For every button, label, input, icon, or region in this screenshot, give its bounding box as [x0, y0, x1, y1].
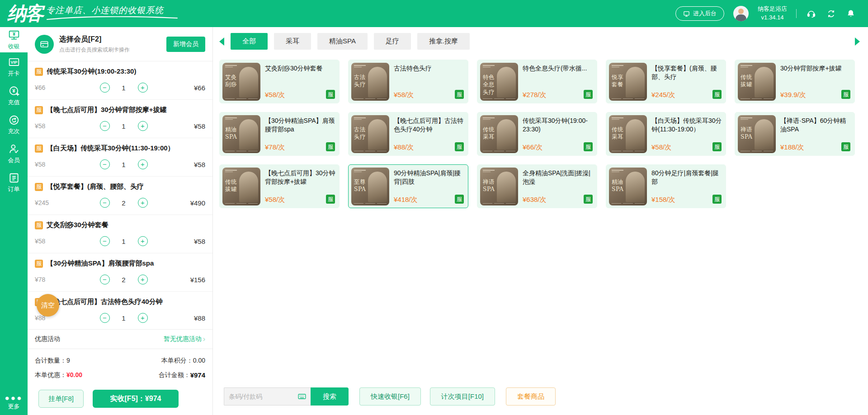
product-card[interactable]: 艾灸刮痧 艾灸刮痧30分钟套餐 ¥58/次 服	[219, 60, 340, 103]
search-button[interactable]: 搜索	[311, 387, 349, 406]
more-dots-icon: ●●●	[0, 395, 28, 401]
product-title: 【晚七点后可用】30分钟背部按摩+拔罐	[265, 169, 336, 186]
add-member-button[interactable]: 新增会员	[166, 37, 205, 52]
service-badge: 服	[841, 142, 850, 151]
customer-service-icon[interactable]	[806, 8, 816, 19]
minus-icon[interactable]: −	[100, 198, 110, 208]
product-image-label: 传统采耳	[612, 126, 623, 141]
product-image-label: 至尊SPA	[354, 178, 366, 193]
cart-item-row: 服 【30分钟精油SPA】肩颈腰背部spa ¥78 − 2 + ¥156	[28, 253, 212, 292]
product-card[interactable]: 传统采耳 传统采耳30分钟(19:00-23:30) ¥66/次 服	[477, 112, 597, 156]
service-badge: 服	[584, 195, 593, 204]
sidebar-item-more[interactable]: ●●● 更多	[0, 395, 28, 410]
minus-icon[interactable]: −	[100, 313, 110, 323]
product-card[interactable]: 古法头疗 古法特色头疗 ¥58/次 服	[348, 60, 468, 103]
recharge-icon: ¥	[8, 85, 20, 97]
tab-massage[interactable]: 推拿.按摩	[417, 33, 470, 50]
cart-item-title: 【晚七点后可用】30分钟背部按摩+拔罐	[47, 106, 166, 114]
cart-item-price: ¥245	[35, 199, 74, 206]
quick-cashier-button[interactable]: 快速收银[F6]	[359, 387, 421, 406]
product-card[interactable]: 精油SPA 80分钟足疗|肩颈套餐|腿部 ¥158/次 服	[606, 164, 726, 208]
product-title: 【白天场】传统采耳30分钟(11:30-19:00）	[651, 117, 723, 134]
promo-label: 优惠活动	[35, 335, 60, 343]
plus-icon[interactable]: +	[138, 159, 148, 169]
service-badge: 服	[712, 195, 722, 204]
plus-icon[interactable]: +	[138, 313, 148, 323]
minus-icon[interactable]: −	[100, 159, 110, 169]
app-version: v1.34.14	[758, 14, 787, 22]
order-points-label: 本单积分：	[161, 357, 193, 365]
keyboard-icon[interactable]	[297, 392, 307, 401]
notification-bell-icon[interactable]	[845, 8, 856, 19]
product-card[interactable]: 精油SPA 【30分钟精油SPA】肩颈腰背部spa ¥78/次 服	[219, 112, 340, 156]
service-badge: 服	[35, 145, 43, 153]
avatar[interactable]	[733, 6, 749, 21]
member-select-title: 选择会员[F2]	[59, 35, 130, 44]
plus-icon[interactable]: +	[138, 275, 148, 284]
service-badge: 服	[455, 142, 464, 151]
clear-cart-button[interactable]: 清空	[37, 294, 59, 317]
plus-icon[interactable]: +	[138, 121, 148, 131]
product-card[interactable]: 传统拔罐 【晚七点后可用】30分钟背部按摩+拔罐 ¥58/次 服	[219, 164, 340, 208]
product-title: 30分钟背部按摩+拔罐	[780, 64, 852, 73]
minus-icon[interactable]: −	[100, 83, 110, 93]
minus-icon[interactable]: −	[100, 275, 110, 284]
tab-foot-therapy[interactable]: 足疗	[374, 33, 411, 50]
cart-item-qty: 1	[121, 238, 127, 245]
sidebar-item-recharge-times[interactable]: 充次	[0, 110, 28, 139]
product-title: 【禅语·SPA】60分钟精油SPA	[780, 117, 852, 134]
product-title: 90分钟精油SPA|肩颈|腰背|四肢	[394, 169, 465, 186]
product-title: 古法特色头疗	[394, 64, 465, 73]
product-card[interactable]: 禅语SPA 【禅语·SPA】60分钟精油SPA ¥188/次 服	[735, 112, 855, 156]
sidebar-item-recharge[interactable]: ¥ 充值	[0, 81, 28, 110]
product-image: 禅语SPA	[480, 168, 518, 205]
member-select-bar[interactable]: 选择会员[F2] 点击进行会员搜索或刷卡操作 新增会员	[28, 27, 212, 61]
product-card[interactable]: 古法头疗 【晚七点后可用】古法特色头疗40分钟 ¥88/次 服	[348, 112, 468, 156]
tab-ear-cleaning[interactable]: 采耳	[274, 33, 311, 50]
service-badge: 服	[326, 195, 335, 204]
sidebar-item-orders[interactable]: 订单	[0, 168, 28, 197]
cart-item-price: ¥66	[35, 84, 74, 91]
minus-icon[interactable]: −	[100, 121, 110, 131]
product-title: 全身精油SPA|洗面|搓澡|泡澡	[523, 169, 594, 186]
sidebar-item-label: 会员	[8, 156, 20, 164]
minus-icon[interactable]: −	[100, 236, 110, 246]
cart-item-title: 【白天场】传统采耳30分钟(11:30-19:00）	[47, 144, 175, 153]
enter-backend-button[interactable]: 进入后台	[675, 6, 724, 21]
sidebar-item-members[interactable]: 会员	[0, 139, 28, 168]
count-item-button[interactable]: 计次项目[F10]	[430, 387, 495, 406]
plus-icon[interactable]: +	[138, 198, 148, 208]
order-discount-label: 本单优惠：	[35, 371, 66, 379]
tabs-scroll-right-icon[interactable]	[855, 37, 860, 46]
cart-item-total: ¥156	[174, 276, 205, 284]
product-card[interactable]: 禅语SPA 全身精油SPA|洗面|搓澡|泡澡 ¥638/次 服	[477, 164, 597, 208]
sidebar-item-label: 充值	[8, 98, 20, 107]
sidebar-item-label: 充次	[8, 127, 20, 135]
plus-icon[interactable]: +	[138, 236, 148, 246]
checkout-button[interactable]: 实收[F5]：¥974	[93, 390, 179, 408]
service-badge: 服	[712, 142, 722, 151]
cart-list: 服 传统采耳30分钟(19:00-23:30) ¥66 − 1 + ¥66 服 …	[28, 61, 212, 329]
product-card[interactable]: 传统采耳 【白天场】传统采耳30分钟(11:30-19:00） ¥58/次 服	[606, 112, 726, 156]
product-image-label: 特色全息头疗	[483, 74, 495, 96]
promo-link[interactable]: 暂无优惠活动 ›	[164, 335, 205, 343]
product-card[interactable]: 特色全息头疗 特色全息头疗(带水循... ¥278/次 服	[477, 60, 597, 103]
sidebar-item-open-card[interactable]: VIP 开卡	[0, 52, 28, 81]
tabs-scroll-left-icon[interactable]	[219, 37, 224, 46]
product-card[interactable]: 传统拔罐 30分钟背部按摩+拔罐 ¥39.9/次 服	[735, 60, 855, 103]
bottom-action-bar: 搜索 快速收银[F6] 计次项目[F10] 套餐商品	[213, 385, 868, 415]
cart-item-title: 【晚七点后可用】古法特色头疗40分钟	[47, 298, 163, 306]
tab-all[interactable]: 全部	[231, 33, 268, 50]
sync-icon[interactable]	[826, 8, 836, 19]
tab-oil-spa[interactable]: 精油SPA	[317, 33, 368, 50]
package-goods-button[interactable]: 套餐商品	[506, 387, 556, 406]
product-image: 古法头疗	[351, 63, 389, 101]
hold-order-button[interactable]: 挂单[F8]	[38, 390, 84, 408]
plus-icon[interactable]: +	[138, 83, 148, 93]
sidebar-item-cashier[interactable]: ¥ 收银	[0, 27, 28, 52]
product-card[interactable]: 至尊SPA 90分钟精油SPA|肩颈|腰背|四肢 ¥418/次 服	[348, 164, 468, 208]
cart-item-qty: 2	[121, 276, 127, 284]
product-card[interactable]: 悦享套餐 【悦享套餐】(肩颈、腰部、头疗 ¥245/次 服	[606, 60, 726, 103]
service-badge: 服	[35, 68, 43, 76]
cart-item-total: ¥88	[174, 314, 205, 322]
